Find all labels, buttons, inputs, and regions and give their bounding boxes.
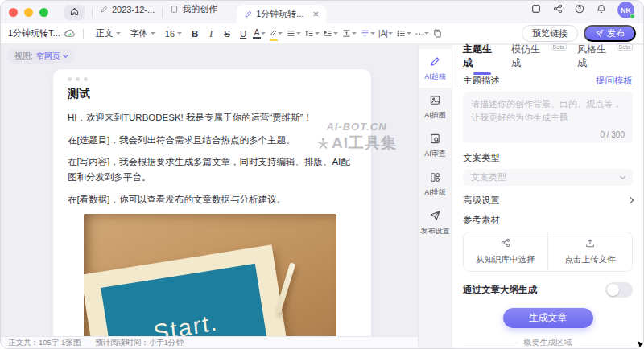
insert-below-button[interactable] xyxy=(360,28,375,39)
font-color-button[interactable]: A xyxy=(253,28,266,39)
paper-plane-icon xyxy=(429,210,441,224)
window-layout-icon[interactable] xyxy=(530,3,542,18)
font-family-select[interactable]: 字体 xyxy=(130,27,155,39)
view-label: 视图: xyxy=(14,51,33,62)
format-painter-button[interactable] xyxy=(432,28,443,39)
paragraph[interactable]: 在[看数据]，你可以查看发布的文章数据与分析建议。 xyxy=(68,192,357,207)
line-height-button[interactable] xyxy=(304,28,320,39)
topic-description-label: 主题描述 xyxy=(463,75,500,87)
pencil-icon xyxy=(100,5,109,14)
document-page[interactable]: 测试 HI，欢迎来到TURBODESK! 我是专属于你的运营“贾维斯”！ 在[选… xyxy=(53,69,371,348)
upload-file-card[interactable]: 点击上传文件 xyxy=(548,232,632,271)
bell-icon[interactable] xyxy=(596,3,607,18)
main-content: 视图: 窄网页 测试 HI，欢迎来到TURBODESK! 我是专属于你的运营“贾… xyxy=(1,45,643,348)
chevron-down-icon xyxy=(424,32,429,35)
ai-text-glyph: |A| xyxy=(378,29,388,38)
outline-toggle-row: 通过文章大纲生成 xyxy=(463,282,633,298)
divider xyxy=(92,8,93,18)
home-button[interactable] xyxy=(64,5,85,20)
tab-label: 2023-12-... xyxy=(112,5,155,14)
tab-style-generation[interactable]: 风格生成 Beta xyxy=(577,43,633,74)
question-template-link[interactable]: 提问模板 xyxy=(596,75,633,87)
publish-label: 发布 xyxy=(607,27,625,39)
rail-label: AI插图 xyxy=(424,110,446,121)
generate-article-button[interactable]: 生成文章 xyxy=(503,308,593,328)
tab-document-2023[interactable]: 2023-12-... xyxy=(100,1,155,23)
paper-plane-icon xyxy=(595,29,604,38)
outline-toggle[interactable] xyxy=(605,282,633,298)
polaroid-card: Start. xyxy=(84,244,293,348)
list-button[interactable] xyxy=(396,28,411,39)
chevron-down-icon xyxy=(388,32,393,35)
strikethrough-button[interactable]: S xyxy=(221,27,233,41)
minimize-window-button[interactable] xyxy=(24,8,33,17)
reference-cards: 从知识库中选择 点击上传文件 xyxy=(463,232,633,272)
tab-label: 我的创作 xyxy=(182,3,217,15)
tab-my-creations[interactable]: 我的创作 xyxy=(170,1,217,23)
inline-image-start-sign[interactable]: Start. xyxy=(84,214,336,348)
document-heading[interactable]: 测试 xyxy=(68,87,357,101)
topic-textarea-wrap: 0 / 300 xyxy=(463,92,633,143)
chevron-down-icon xyxy=(370,32,375,35)
status-bar: 正文共：105字 1张图 预计阅读时间：小于1分钟 xyxy=(1,336,418,348)
beta-badge: Beta xyxy=(617,43,633,51)
paragraph[interactable]: HI，欢迎来到TURBODESK! 我是专属于你的运营“贾维斯”！ xyxy=(68,110,357,125)
tab-topic-generation[interactable]: 主题生成 xyxy=(463,43,501,74)
help-icon[interactable] xyxy=(574,3,585,18)
copy-type-select[interactable]: 文案类型 xyxy=(463,169,633,186)
advanced-settings-row[interactable]: 高级设置 xyxy=(463,195,633,207)
mouse-cursor xyxy=(636,339,644,349)
bold-button[interactable]: B xyxy=(188,27,201,41)
toggle-knob xyxy=(607,284,619,296)
summary-area-label: 概要生成区域 xyxy=(524,337,572,348)
topic-description-input[interactable] xyxy=(471,97,625,129)
home-icon xyxy=(69,6,80,20)
view-value: 窄网页 xyxy=(36,51,60,62)
document-icon xyxy=(170,5,179,14)
outline-toggle-label: 通过文章大纲生成 xyxy=(463,284,537,296)
page-dots xyxy=(68,77,357,81)
close-tab-icon[interactable]: × xyxy=(313,9,320,19)
char-counter: 0 / 300 xyxy=(600,130,625,139)
more-button[interactable]: ⋯ xyxy=(415,28,429,39)
knowledge-base-card[interactable]: 从知识库中选择 xyxy=(464,232,548,271)
avatar[interactable]: NK xyxy=(617,2,634,18)
rail-label: AI排版 xyxy=(424,187,446,198)
paragraph[interactable]: 在[选题目]，我会列出符合需求且结合热点的多个主题。 xyxy=(68,133,357,148)
paragraph[interactable]: 在[写内容]，我会根据要求生成多篇文章，同时支持编辑、排版、AI配图和分发到多平… xyxy=(68,154,357,184)
editor-area: 视图: 窄网页 测试 HI，欢迎来到TURBODESK! 我是专属于你的运营“贾… xyxy=(1,45,418,348)
divider xyxy=(83,29,84,39)
rail-item-publish-settings[interactable]: 发布设置 xyxy=(419,203,452,242)
paragraph-spacing-button[interactable] xyxy=(341,28,357,39)
highlight-button[interactable] xyxy=(269,26,283,41)
app-window: 2023-12-... 我的创作 1分钟玩转... × xyxy=(0,0,644,349)
tab-label: 模仿生成 xyxy=(511,43,549,70)
rail-item-ai-review[interactable]: AI审查 xyxy=(419,126,452,165)
reading-time: 预计阅读时间：小于1分钟 xyxy=(95,338,184,348)
divider xyxy=(162,8,163,18)
share-icon[interactable] xyxy=(552,3,564,18)
close-window-button[interactable] xyxy=(9,8,18,17)
indent-button[interactable] xyxy=(323,28,338,39)
document-search-icon xyxy=(429,133,441,146)
preview-label: 预览链接 xyxy=(532,27,568,39)
tab-current-article[interactable]: 1分钟玩转... × xyxy=(237,5,326,23)
align-button[interactable] xyxy=(286,28,301,39)
paragraph-style-select[interactable]: 正文 xyxy=(96,27,121,39)
publish-button[interactable]: 发布 xyxy=(584,25,636,42)
font-size-select[interactable]: 16 xyxy=(165,29,182,39)
preview-link-button[interactable]: 预览链接 xyxy=(522,25,578,42)
underline-button[interactable]: U xyxy=(237,27,250,41)
rail-item-ai-draft[interactable]: AI起稿 xyxy=(419,49,452,88)
tab-label: 风格生成 xyxy=(577,43,615,70)
rail-item-ai-illustration[interactable]: AI插图 xyxy=(419,88,452,126)
tab-imitation-generation[interactable]: 模仿生成 Beta xyxy=(511,43,567,74)
rail-item-ai-layout[interactable]: AI排版 xyxy=(419,165,452,203)
rail-label: 发布设置 xyxy=(421,226,450,236)
view-mode-chip[interactable]: 视图: 窄网页 xyxy=(7,49,75,64)
ai-text-button[interactable]: |A| xyxy=(378,29,393,38)
zoom-window-button[interactable] xyxy=(39,8,48,17)
italic-button[interactable]: I xyxy=(204,27,217,41)
chevron-down-icon xyxy=(151,32,155,35)
tab-label: 1分钟玩转... xyxy=(256,8,303,20)
